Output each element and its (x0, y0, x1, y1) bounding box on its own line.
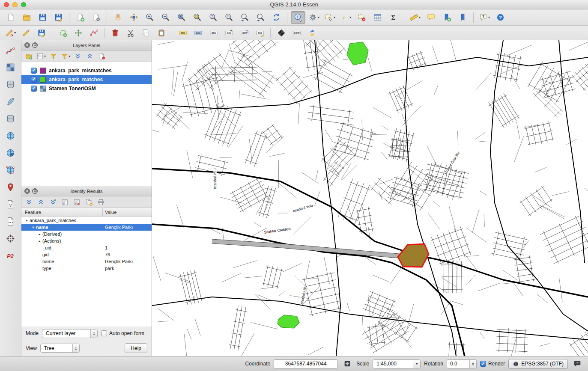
identify-result-row[interactable]: ▸(Derived) (21, 231, 152, 237)
add-group-button[interactable] (24, 51, 34, 61)
combo-stepper-icon[interactable] (90, 329, 97, 338)
cut-features-button[interactable] (123, 27, 137, 39)
p2-plugin-button[interactable]: P2 (4, 250, 17, 261)
python-console-button[interactable] (305, 27, 319, 39)
new-project-button[interactable] (3, 11, 18, 24)
rotate-label-button[interactable]: abc (237, 27, 251, 39)
zoom-full-button[interactable] (174, 11, 188, 24)
measure-line-button[interactable]: ▾ (408, 11, 422, 24)
float-panel-icon[interactable] (32, 42, 38, 48)
composer-manager-button[interactable] (89, 11, 103, 24)
log-messages-button[interactable] (571, 359, 583, 369)
metasearch-csw-button[interactable]: CSW (290, 27, 304, 39)
add-wms-layer-button[interactable] (4, 130, 17, 142)
identify-result-row[interactable]: typepark (21, 265, 152, 272)
mode-combobox[interactable]: Current layer (42, 329, 98, 338)
node-tool-button[interactable] (87, 27, 101, 39)
identify-result-row[interactable]: nameGençlik Parkı (21, 258, 152, 265)
clear-results-button[interactable] (72, 197, 82, 207)
help-button[interactable]: ? (493, 11, 507, 24)
checkbox-icon[interactable] (101, 330, 107, 336)
checkbox-icon[interactable] (480, 361, 486, 367)
close-panel-icon[interactable] (24, 188, 30, 194)
filter-legend-by-expression-dropdown-arrow[interactable]: ▾ (69, 54, 70, 58)
text-annotation-button[interactable]: T▾ (477, 11, 492, 24)
copy-feature-button[interactable] (84, 197, 94, 207)
open-form-button[interactable] (60, 197, 70, 207)
render-checkbox[interactable]: Render (480, 361, 505, 367)
measure-line-dropdown-arrow[interactable]: ▾ (419, 15, 421, 19)
add-wcs-layer-button[interactable] (4, 147, 17, 159)
run-feature-action-button[interactable]: ▾ (307, 11, 321, 24)
scale-combobox[interactable]: 1:45,000 (373, 359, 421, 368)
add-postgis-layer-button[interactable] (4, 79, 17, 90)
layer-visibility-checkbox[interactable] (31, 77, 37, 83)
minimize-window-button[interactable] (12, 2, 18, 7)
close-panel-icon[interactable] (24, 42, 30, 48)
extents-toggle-button[interactable] (341, 359, 353, 369)
identify-result-row[interactable]: _uid_1 (21, 244, 152, 251)
map-canvas[interactable]: İstanbul Yoluİstanbul YoluAnadolu BlvSil… (152, 40, 588, 356)
manage-layer-visibility-dropdown-arrow[interactable]: ▾ (44, 54, 46, 58)
map-tips-button[interactable] (424, 11, 438, 24)
open-attribute-table-button[interactable] (370, 11, 385, 24)
statistical-summary-button[interactable]: Σ (386, 11, 400, 24)
move-label-button[interactable]: abc (222, 27, 236, 39)
pan-to-selection-button[interactable] (126, 11, 141, 24)
deselect-all-button[interactable] (354, 11, 369, 24)
add-oracle-layer-button[interactable] (4, 181, 17, 193)
zoom-to-selection-button[interactable] (190, 11, 204, 24)
zoom-out-button[interactable] (158, 11, 173, 24)
add-wfs-layer-button[interactable] (4, 164, 17, 176)
rotation-spinbox[interactable]: 0.0 (447, 359, 477, 368)
refresh-map-button[interactable] (269, 11, 284, 24)
show-bookmarks-button[interactable] (455, 11, 470, 24)
filter-legend-button[interactable] (48, 51, 59, 61)
paste-features-button[interactable] (154, 27, 168, 39)
crs-status-button[interactable]: EPSG:3857 (OTF) (508, 359, 568, 369)
new-shapefile-layer-button[interactable]: V (4, 199, 17, 210)
layer-visibility-checkbox[interactable] (31, 68, 37, 74)
copy-features-button[interactable] (139, 27, 153, 39)
save-layer-edits-button[interactable] (34, 27, 48, 39)
dropdown-arrow-icon[interactable] (413, 360, 420, 368)
add-spatialite-layer-button[interactable] (4, 96, 17, 107)
current-edits-button[interactable]: ▾ (3, 27, 18, 39)
highlight-pinned-labels-button[interactable]: abc (176, 27, 190, 39)
expand-new-results-button[interactable] (48, 197, 58, 207)
value-column-header[interactable]: Value (103, 210, 152, 215)
view-combobox[interactable]: Tree (40, 344, 80, 353)
layer-row[interactable]: ankara_park_matches (21, 75, 152, 84)
select-features-dropdown-arrow[interactable]: ▾ (334, 15, 335, 19)
select-features-button[interactable]: ▾ (322, 11, 337, 24)
collapse-all-button[interactable] (84, 51, 95, 61)
identify-result-row[interactable]: ▸(Actions) (21, 237, 152, 244)
expander-icon[interactable]: ▸ (37, 232, 42, 236)
manage-layer-visibility-button[interactable]: ▾ (36, 51, 47, 61)
identify-result-row[interactable]: ▾nameGençlik Parkı (21, 224, 152, 231)
layer-row[interactable]: Stamen Toner/OSM (21, 84, 152, 93)
toggle-editing-button[interactable] (19, 27, 33, 39)
auto-open-form-checkbox[interactable]: Auto open form (101, 330, 144, 336)
add-raster-layer-button[interactable] (4, 62, 17, 73)
run-feature-action-dropdown-arrow[interactable]: ▾ (318, 15, 319, 19)
identify-features-button[interactable]: i (291, 11, 305, 24)
show-hide-labels-button[interactable]: abc (206, 27, 221, 39)
expander-icon[interactable]: ▾ (30, 226, 36, 229)
pan-map-button[interactable] (110, 11, 125, 24)
delete-selected-button[interactable] (108, 27, 122, 39)
expand-tree-button[interactable] (24, 197, 34, 207)
gps-tools-button[interactable] (4, 233, 17, 244)
add-delimited-text-layer-button[interactable] (4, 216, 17, 227)
add-feature-button[interactable] (56, 27, 70, 39)
print-response-button[interactable] (96, 197, 106, 207)
zoom-next-button[interactable] (253, 11, 268, 24)
pin-unpin-labels-button[interactable]: abc (191, 27, 205, 39)
zoom-window-button[interactable] (21, 2, 26, 7)
expander-icon[interactable]: ▾ (24, 219, 30, 223)
new-bookmark-button[interactable] (439, 11, 454, 24)
save-project-button[interactable] (35, 11, 50, 24)
zoom-to-layer-button[interactable] (206, 11, 220, 24)
text-annotation-dropdown-arrow[interactable]: ▾ (488, 15, 490, 19)
open-project-button[interactable] (19, 11, 34, 24)
